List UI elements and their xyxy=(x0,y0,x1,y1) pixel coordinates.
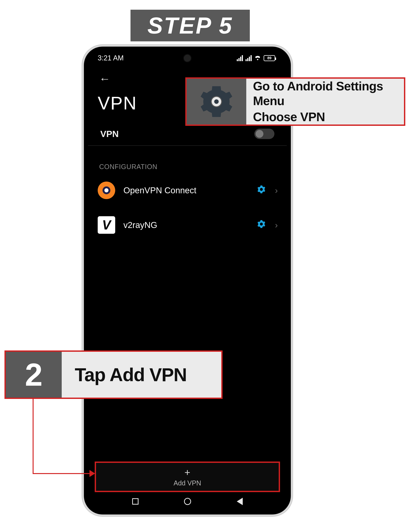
callout-settings-vpn: Go to Android Settings Menu Choose VPN xyxy=(185,77,405,126)
add-vpn-label: Add VPN xyxy=(173,479,201,487)
nav-back-icon[interactable] xyxy=(237,498,243,505)
callout-text-label: Tap Add VPN xyxy=(75,364,187,386)
callout-number: 2 xyxy=(25,356,43,393)
callout-number-box: 2 xyxy=(6,352,62,398)
signal-bars-icon xyxy=(246,55,252,61)
vpn-toggle-switch[interactable] xyxy=(254,129,274,139)
configuration-section-label: CONFIGURATION xyxy=(86,146,288,173)
callout-text: Go to Android Settings Menu Choose VPN xyxy=(246,79,404,124)
config-settings-gear-icon[interactable] xyxy=(257,220,266,230)
callout-gear-box xyxy=(187,79,246,124)
v2rayng-app-icon: V xyxy=(98,216,115,234)
camera-hole xyxy=(183,54,192,62)
vpn-toggle-label: VPN xyxy=(100,129,119,139)
wifi-icon xyxy=(254,55,261,62)
battery-level: 89 xyxy=(267,56,271,60)
config-item-v2rayng[interactable]: V v2rayNG › xyxy=(86,208,288,242)
gear-icon xyxy=(200,85,233,118)
chevron-right-icon: › xyxy=(274,220,278,230)
config-name: OpenVPN Connect xyxy=(124,185,249,195)
connector-arrow-icon xyxy=(89,470,95,477)
config-settings-gear-icon[interactable] xyxy=(257,185,266,196)
svg-point-1 xyxy=(214,99,219,104)
step-badge-text: STEP 5 xyxy=(147,12,233,39)
signal-bars-icon xyxy=(237,55,243,61)
connector-line xyxy=(33,399,34,474)
plus-icon: + xyxy=(184,466,190,478)
callout-text: Tap Add VPN xyxy=(62,352,221,398)
android-nav-bar xyxy=(86,494,288,509)
config-item-openvpn[interactable]: OpenVPN Connect › xyxy=(86,173,288,208)
config-name: v2rayNG xyxy=(124,220,249,230)
status-icons: 89 xyxy=(237,55,275,62)
connector-line xyxy=(33,473,91,474)
nav-home-icon[interactable] xyxy=(184,498,191,505)
callout-tap-add-vpn: 2 Tap Add VPN xyxy=(4,351,223,399)
add-vpn-button[interactable]: + Add VPN xyxy=(95,462,280,492)
nav-recent-icon[interactable] xyxy=(132,498,139,505)
battery-icon: 89 xyxy=(264,55,275,61)
callout-line2: Choose VPN xyxy=(253,110,397,124)
callout-line1: Go to Android Settings Menu xyxy=(253,79,397,108)
chevron-right-icon: › xyxy=(274,185,278,195)
status-time: 3:21 AM xyxy=(98,54,124,62)
openvpn-app-icon xyxy=(98,181,115,199)
status-bar: 3:21 AM 89 xyxy=(86,49,288,67)
back-arrow-icon[interactable]: ← xyxy=(98,73,112,85)
step-badge: STEP 5 xyxy=(131,10,250,41)
